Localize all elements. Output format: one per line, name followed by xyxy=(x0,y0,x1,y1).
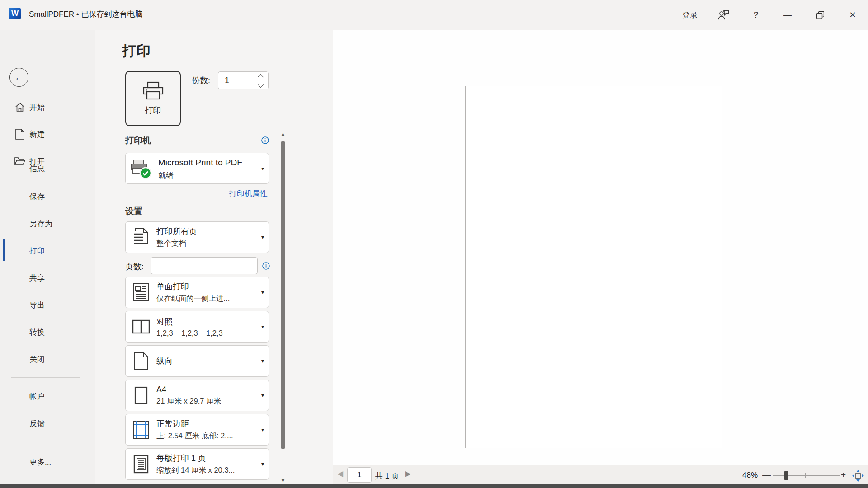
spin-down-icon[interactable] xyxy=(258,82,264,88)
pages-per-sheet-icon xyxy=(131,454,151,474)
orientation-dropdown[interactable]: 纵向 ▾ xyxy=(125,345,269,377)
settings-section-heading: 设置 xyxy=(125,206,142,217)
zoom-in-icon[interactable]: + xyxy=(841,470,846,480)
chevron-down-icon: ▾ xyxy=(261,461,264,467)
next-page-icon[interactable]: ▶ xyxy=(405,469,411,479)
dropdown-title: 纵向 xyxy=(156,356,256,366)
sidebar-divider xyxy=(11,377,80,378)
collation-dropdown[interactable]: 对照 1,2,3 1,2,3 1,2,3 ▾ xyxy=(125,311,269,343)
dropdown-title: 每版打印 1 页 xyxy=(156,453,256,464)
margins-icon xyxy=(131,419,151,440)
zoom-slider-track[interactable] xyxy=(773,475,840,476)
help-icon[interactable]: ? xyxy=(746,0,766,30)
print-button[interactable]: 打印 xyxy=(125,71,181,126)
dropdown-subtitle: 1,2,3 1,2,3 1,2,3 xyxy=(156,329,256,338)
a4-page-icon xyxy=(131,385,151,406)
sidebar-item-feedback[interactable]: 反馈 xyxy=(0,415,95,432)
close-icon[interactable]: ✕ xyxy=(843,0,863,30)
sidebar-item-new[interactable]: 新建 xyxy=(0,126,95,142)
chevron-down-icon: ▾ xyxy=(261,324,264,330)
zoom-to-page-icon[interactable] xyxy=(852,469,864,482)
printer-icon xyxy=(142,81,164,100)
pages-input[interactable] xyxy=(151,257,258,274)
scroll-down-icon[interactable]: ▼ xyxy=(280,477,286,483)
chevron-down-icon: ▾ xyxy=(261,165,264,172)
sidebar-item-export[interactable]: 导出 xyxy=(0,297,95,313)
dropdown-title: 正常边距 xyxy=(156,418,256,429)
page-number-input[interactable] xyxy=(347,467,372,483)
printer-status: 就绪 xyxy=(158,170,174,181)
zoom-slider-thumb[interactable] xyxy=(784,471,788,480)
zoom-slider-center-tick xyxy=(805,473,806,478)
dropdown-subtitle: 整个文档 xyxy=(156,239,256,249)
chevron-down-icon: ▾ xyxy=(261,358,264,364)
duplex-dropdown[interactable]: 单面打印 仅在纸面的一侧上进... ▾ xyxy=(125,277,269,308)
sidebar-item-save-as[interactable]: 另存为 xyxy=(0,216,95,232)
copies-label: 份数: xyxy=(192,75,210,86)
chevron-down-icon: ▾ xyxy=(261,392,264,399)
pages-label: 页数: xyxy=(125,261,144,272)
info-icon[interactable] xyxy=(262,262,270,270)
new-document-icon xyxy=(14,128,26,140)
taskbar-edge xyxy=(0,484,868,488)
previous-page-icon[interactable]: ◀ xyxy=(337,469,343,479)
sidebar-divider xyxy=(11,150,80,150)
dropdown-title: 打印所有页 xyxy=(156,226,256,237)
page-title: 打印 xyxy=(122,42,151,61)
dropdown-subtitle: 缩放到 14 厘米 x 20.3... xyxy=(156,465,256,475)
minimize-icon[interactable]: — xyxy=(778,0,797,30)
sidebar-item-home[interactable]: 开始 xyxy=(0,99,95,115)
print-range-dropdown[interactable]: 打印所有页 整个文档 ▾ xyxy=(125,221,269,253)
sidebar-item-info[interactable]: 信息 xyxy=(0,160,95,177)
print-all-pages-icon xyxy=(131,227,151,248)
settings-scrollbar[interactable]: ▲ ▼ xyxy=(280,131,286,483)
scroll-up-icon[interactable]: ▲ xyxy=(280,131,286,137)
restore-window-icon[interactable] xyxy=(810,0,830,30)
printer-selector[interactable]: Microsoft Print to PDF 就绪 ▾ xyxy=(125,153,269,184)
zoom-out-icon[interactable]: — xyxy=(762,470,771,480)
chevron-down-icon: ▾ xyxy=(261,234,264,240)
one-sided-print-icon xyxy=(131,282,151,303)
printer-device-icon xyxy=(130,160,154,179)
collated-icon xyxy=(131,316,151,337)
title-bar: W SmallPDFER • 已保存到这台电脑 登录 ? — ✕ xyxy=(0,0,868,30)
spin-up-icon[interactable] xyxy=(258,74,264,80)
backstage-sidebar: ← 开始 新建 打开 信息 保存 另存为 打印 共享 导出 转换 关闭 xyxy=(0,30,95,484)
dropdown-subtitle: 21 厘米 x 29.7 厘米 xyxy=(156,396,256,406)
sidebar-item-account[interactable]: 帐户 xyxy=(0,388,95,404)
printer-properties-link[interactable]: 打印机属性 xyxy=(216,188,268,199)
copies-input[interactable] xyxy=(225,72,256,89)
dropdown-title: A4 xyxy=(156,385,256,394)
home-icon xyxy=(14,101,26,113)
info-icon[interactable] xyxy=(261,136,269,144)
preview-page xyxy=(465,86,722,448)
copies-spinner[interactable] xyxy=(218,71,269,89)
dropdown-title: 对照 xyxy=(156,316,256,327)
chevron-down-icon: ▾ xyxy=(261,427,264,433)
page-count-label: 共 1 页 xyxy=(375,471,399,481)
document-title: SmallPDFER • 已保存到这台电脑 xyxy=(29,9,143,19)
dropdown-title: 单面打印 xyxy=(156,281,256,292)
sidebar-item-print[interactable]: 打印 xyxy=(0,243,95,259)
sidebar-item-save[interactable]: 保存 xyxy=(0,188,95,205)
feedback-icon[interactable] xyxy=(713,0,733,30)
chevron-down-icon: ▾ xyxy=(261,289,264,296)
print-preview-area xyxy=(333,30,868,465)
zoom-percentage[interactable]: 48% xyxy=(737,471,758,480)
pages-per-sheet-dropdown[interactable]: 每版打印 1 页 缩放到 14 厘米 x 20.3... ▾ xyxy=(125,448,269,480)
selected-item-indicator xyxy=(3,239,5,261)
word-app-icon: W xyxy=(9,8,21,19)
sidebar-item-share[interactable]: 共享 xyxy=(0,270,95,286)
margins-dropdown[interactable]: 正常边距 上: 2.54 厘米 底部: 2.... ▾ xyxy=(125,414,269,446)
dropdown-subtitle: 仅在纸面的一侧上进... xyxy=(156,294,256,304)
back-arrow-icon: ← xyxy=(14,72,24,83)
sign-in-button[interactable]: 登录 xyxy=(676,0,704,30)
sidebar-item-more[interactable]: 更多... xyxy=(0,454,95,470)
scrollbar-thumb[interactable] xyxy=(281,141,285,449)
dropdown-subtitle: 上: 2.54 厘米 底部: 2.... xyxy=(156,431,256,441)
printer-section-heading: 打印机 xyxy=(125,135,151,146)
paper-size-dropdown[interactable]: A4 21 厘米 x 29.7 厘米 ▾ xyxy=(125,380,269,411)
back-button[interactable]: ← xyxy=(9,68,28,87)
sidebar-item-transform[interactable]: 转换 xyxy=(0,324,95,340)
sidebar-item-close-doc[interactable]: 关闭 xyxy=(0,351,95,367)
